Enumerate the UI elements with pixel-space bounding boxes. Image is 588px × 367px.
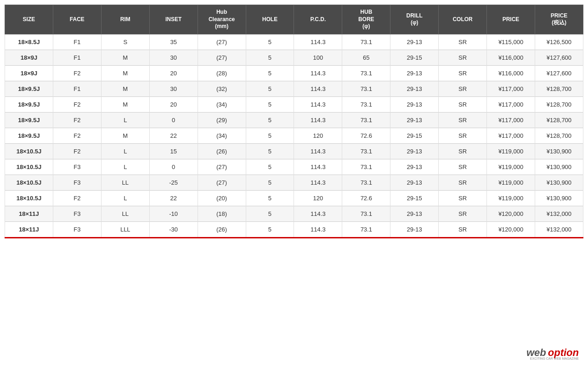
col-header-price_tax: PRICE(税込) xyxy=(535,5,583,34)
cell-hub_bore: 72.6 xyxy=(342,190,390,206)
cell-rim: LL xyxy=(101,175,149,190)
cell-face: F2 xyxy=(53,190,101,206)
cell-price: ¥119,000 xyxy=(487,143,535,159)
col-header-hub_clearance: HubClearance(mm) xyxy=(198,5,246,34)
cell-pcd: 120 xyxy=(294,190,342,206)
cell-price: ¥117,000 xyxy=(487,112,535,128)
cell-hole: 5 xyxy=(246,112,294,128)
table-row: 18×9.5JF2L0(29)5114.373.129-13SR¥117,000… xyxy=(5,112,583,128)
cell-hole: 5 xyxy=(246,190,294,206)
cell-drill: 29-15 xyxy=(390,190,439,206)
cell-price: ¥115,000 xyxy=(487,34,535,50)
cell-hole: 5 xyxy=(246,96,294,112)
cell-hub_bore: 73.1 xyxy=(342,175,390,190)
cell-hub_bore: 73.1 xyxy=(342,34,390,50)
cell-size: 18×9.5J xyxy=(5,112,53,128)
cell-hub_clearance: (18) xyxy=(198,206,246,221)
cell-price_tax: ¥130,900 xyxy=(535,143,583,159)
table-row: 18×9JF2M20(28)5114.373.129-13SR¥116,000¥… xyxy=(5,65,583,81)
cell-price: ¥119,000 xyxy=(487,175,535,190)
cell-face: F3 xyxy=(53,206,101,221)
cell-hub_bore: 73.1 xyxy=(342,65,390,81)
cell-pcd: 114.3 xyxy=(294,96,342,112)
wheel-specs-table: SIZEFACERIMINSETHubClearance(mm)HOLEP.C.… xyxy=(5,5,583,238)
cell-hub_clearance: (26) xyxy=(198,143,246,159)
table-row: 18×9.5JF2M20(34)5114.373.129-13SR¥117,00… xyxy=(5,96,583,112)
cell-hole: 5 xyxy=(246,221,294,237)
cell-hub_bore: 73.1 xyxy=(342,81,390,96)
cell-hub_clearance: (34) xyxy=(198,96,246,112)
cell-hub_bore: 73.1 xyxy=(342,206,390,221)
cell-size: 18×9J xyxy=(5,65,53,81)
cell-rim: LLL xyxy=(101,221,149,237)
cell-inset: 22 xyxy=(149,190,198,206)
table-row: 18×9.5JF2M22(34)512072.629-15SR¥117,000¥… xyxy=(5,128,583,143)
cell-size: 18×9.5J xyxy=(5,96,53,112)
cell-hole: 5 xyxy=(246,206,294,221)
col-header-face: FACE xyxy=(53,5,101,34)
cell-size: 18×10.5J xyxy=(5,143,53,159)
cell-price: ¥117,000 xyxy=(487,128,535,143)
cell-price_tax: ¥132,000 xyxy=(535,221,583,237)
table-row: 18×9.5JF1M30(32)5114.373.129-13SR¥117,00… xyxy=(5,81,583,96)
cell-color: SR xyxy=(439,143,487,159)
cell-rim: L xyxy=(101,159,149,175)
cell-drill: 29-13 xyxy=(390,175,439,190)
cell-hub_bore: 73.1 xyxy=(342,221,390,237)
cell-inset: 30 xyxy=(149,50,198,65)
cell-pcd: 114.3 xyxy=(294,206,342,221)
cell-inset: -10 xyxy=(149,206,198,221)
table-row: 18×11JF3LLL-30(26)5114.373.129-13SR¥120,… xyxy=(5,221,583,237)
cell-drill: 29-13 xyxy=(390,96,439,112)
col-header-size: SIZE xyxy=(5,5,53,34)
col-header-drill: DRILL(φ) xyxy=(390,5,439,34)
col-header-rim: RIM xyxy=(101,5,149,34)
cell-color: SR xyxy=(439,96,487,112)
cell-face: F1 xyxy=(53,81,101,96)
cell-inset: 20 xyxy=(149,96,198,112)
col-header-color: COLOR xyxy=(439,5,487,34)
cell-color: SR xyxy=(439,159,487,175)
cell-face: F2 xyxy=(53,128,101,143)
cell-hole: 5 xyxy=(246,50,294,65)
cell-inset: 35 xyxy=(149,34,198,50)
cell-drill: 29-13 xyxy=(390,143,439,159)
table-row: 18×10.5JF2L15(26)5114.373.129-13SR¥119,0… xyxy=(5,143,583,159)
cell-face: F2 xyxy=(53,96,101,112)
cell-color: SR xyxy=(439,50,487,65)
cell-rim: M xyxy=(101,128,149,143)
cell-price: ¥120,000 xyxy=(487,206,535,221)
cell-inset: -30 xyxy=(149,221,198,237)
table-row: 18×8.5JF1S35(27)5114.373.129-13SR¥115,00… xyxy=(5,34,583,50)
cell-hub_clearance: (20) xyxy=(198,190,246,206)
cell-hub_clearance: (29) xyxy=(198,112,246,128)
footer: web option EXCITING CAR WEB MAGAZINE xyxy=(0,340,588,367)
cell-color: SR xyxy=(439,81,487,96)
cell-hub_bore: 73.1 xyxy=(342,143,390,159)
cell-drill: 29-13 xyxy=(390,112,439,128)
cell-rim: M xyxy=(101,96,149,112)
cell-hub_clearance: (27) xyxy=(198,50,246,65)
cell-price: ¥116,000 xyxy=(487,50,535,65)
cell-rim: L xyxy=(101,190,149,206)
cell-size: 18×11J xyxy=(5,206,53,221)
cell-price_tax: ¥128,700 xyxy=(535,112,583,128)
cell-color: SR xyxy=(439,128,487,143)
cell-rim: S xyxy=(101,34,149,50)
col-header-hub_bore: HUBBORE(φ) xyxy=(342,5,390,34)
cell-inset: 15 xyxy=(149,143,198,159)
cell-color: SR xyxy=(439,190,487,206)
cell-price: ¥119,000 xyxy=(487,159,535,175)
cell-color: SR xyxy=(439,112,487,128)
cell-size: 18×10.5J xyxy=(5,159,53,175)
cell-price_tax: ¥127,600 xyxy=(535,65,583,81)
cell-drill: 29-13 xyxy=(390,34,439,50)
cell-color: SR xyxy=(439,221,487,237)
cell-hub_clearance: (27) xyxy=(198,175,246,190)
col-header-pcd: P.C.D. xyxy=(294,5,342,34)
cell-price_tax: ¥128,700 xyxy=(535,128,583,143)
cell-size: 18×9.5J xyxy=(5,128,53,143)
cell-hole: 5 xyxy=(246,65,294,81)
cell-size: 18×9.5J xyxy=(5,81,53,96)
cell-hub_bore: 73.1 xyxy=(342,112,390,128)
